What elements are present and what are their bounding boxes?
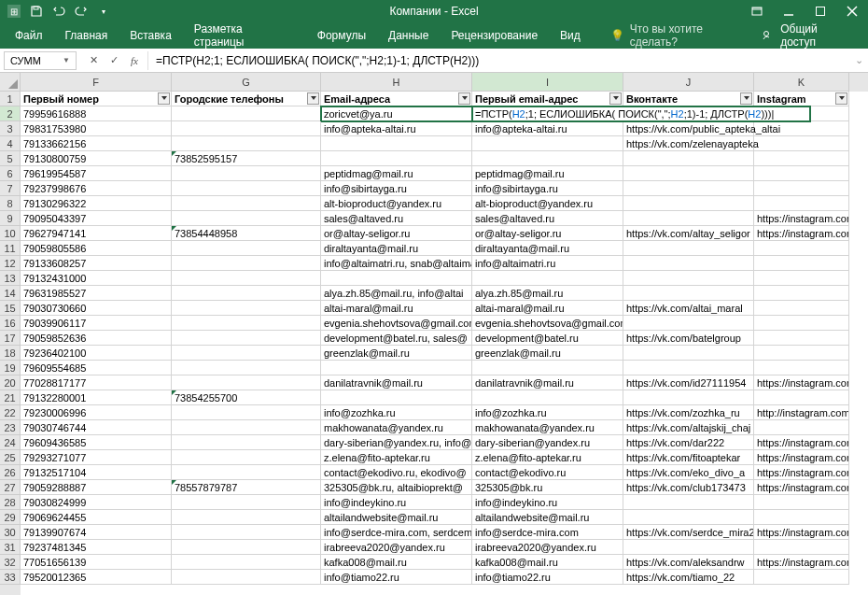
minimize-button[interactable] xyxy=(773,0,805,22)
column-header-H[interactable]: H xyxy=(321,73,472,92)
cell-J32[interactable]: https://vk.com/aleksandrw xyxy=(623,555,754,570)
column-header-G[interactable]: G xyxy=(172,73,321,92)
ribbon-display-icon[interactable] xyxy=(741,0,773,22)
cell-I28[interactable]: info@indeykino.ru xyxy=(472,495,623,510)
cell-J14[interactable] xyxy=(623,286,754,301)
cell-G15[interactable] xyxy=(172,301,321,316)
cell-K13[interactable] xyxy=(754,271,849,286)
cell-F23[interactable]: 79030746744 xyxy=(21,420,172,435)
cell-H3[interactable]: info@apteka-altai.ru xyxy=(321,121,472,136)
cell-I16[interactable]: evgenia.shehovtsova@gmail.com xyxy=(472,316,623,331)
cell-I4[interactable] xyxy=(472,136,623,151)
cell-I25[interactable]: z.elena@fito-aptekar.ru xyxy=(472,450,623,465)
cell-J16[interactable] xyxy=(623,316,754,331)
tab-insert[interactable]: Вставка xyxy=(119,23,183,48)
cell-G23[interactable] xyxy=(172,420,321,435)
cell-H14[interactable]: alya.zh.85@mail.ru, info@altai xyxy=(321,286,472,301)
column-header-J[interactable]: J xyxy=(623,73,754,92)
row-header-3[interactable]: 3 xyxy=(0,121,21,136)
cell-G10[interactable]: 73854448958 xyxy=(172,226,321,241)
cell-F4[interactable]: 79133662156 xyxy=(21,136,172,151)
cell-K8[interactable] xyxy=(754,196,849,211)
cell-H24[interactable]: dary-siberian@yandex.ru, info@ xyxy=(321,435,472,450)
cell-J21[interactable] xyxy=(623,390,754,405)
cell-I14[interactable]: alya.zh.85@mail.ru xyxy=(472,286,623,301)
filter-dropdown-icon[interactable] xyxy=(835,92,847,105)
column-header-I[interactable]: I xyxy=(472,73,623,92)
cell-G6[interactable] xyxy=(172,166,321,181)
row-header-26[interactable]: 26 xyxy=(0,465,21,480)
cell-H9[interactable]: sales@altaved.ru xyxy=(321,211,472,226)
fx-icon[interactable]: fx xyxy=(125,51,144,70)
cell-F8[interactable]: 79130296322 xyxy=(21,196,172,211)
row-header-21[interactable]: 21 xyxy=(0,390,21,405)
cell-J33[interactable]: https://vk.com/tiamo_22 xyxy=(623,570,754,585)
cell-K22[interactable]: http://instagram.com xyxy=(754,405,849,420)
cell-K17[interactable] xyxy=(754,331,849,346)
cell-H25[interactable]: z.elena@fito-aptekar.ru xyxy=(321,450,472,465)
cell-F19[interactable]: 79609554685 xyxy=(21,361,172,375)
cell-H7[interactable]: info@sibirtayga.ru xyxy=(321,181,472,196)
tab-data[interactable]: Данные xyxy=(377,23,440,48)
cell-K5[interactable] xyxy=(754,151,849,166)
cell-H28[interactable]: info@indeykino.ru xyxy=(321,495,472,510)
cell-F24[interactable]: 79609436585 xyxy=(21,435,172,450)
cell-I11[interactable]: diraltayanta@mail.ru xyxy=(472,241,623,256)
cell-K33[interactable] xyxy=(754,570,849,585)
cell-F3[interactable]: 79831753980 xyxy=(21,121,172,136)
cell-J20[interactable]: https://vk.com/id27111954 xyxy=(623,375,754,390)
cell-G26[interactable] xyxy=(172,465,321,480)
header-cell-K[interactable]: Instagram xyxy=(754,92,849,106)
cell-H15[interactable]: altai-maral@mail.ru xyxy=(321,301,472,316)
cell-K19[interactable] xyxy=(754,361,849,375)
tab-file[interactable]: Файл xyxy=(4,23,54,48)
cell-G17[interactable] xyxy=(172,331,321,346)
cell-I31[interactable]: irabreeva2020@yandex.ru xyxy=(472,540,623,555)
row-header-25[interactable]: 25 xyxy=(0,450,21,465)
column-header-K[interactable]: K xyxy=(754,73,849,92)
cell-G5[interactable]: 73852595157 xyxy=(172,151,321,166)
cell-K28[interactable] xyxy=(754,495,849,510)
row-header-8[interactable]: 8 xyxy=(0,196,21,211)
cell-G30[interactable] xyxy=(172,525,321,540)
cell-G25[interactable] xyxy=(172,450,321,465)
row-header-29[interactable]: 29 xyxy=(0,510,21,525)
cell-I24[interactable]: dary-siberian@yandex.ru xyxy=(472,435,623,450)
cell-H23[interactable]: makhowanata@yandex.ru xyxy=(321,420,472,435)
cell-H31[interactable]: irabreeva2020@yandex.ru xyxy=(321,540,472,555)
cell-I32[interactable]: kafka008@mail.ru xyxy=(472,555,623,570)
row-header-14[interactable]: 14 xyxy=(0,286,21,301)
tab-view[interactable]: Вид xyxy=(549,23,592,48)
cell-J8[interactable] xyxy=(623,196,754,211)
cell-G9[interactable] xyxy=(172,211,321,226)
row-header-23[interactable]: 23 xyxy=(0,420,21,435)
cell-J31[interactable] xyxy=(623,540,754,555)
row-header-17[interactable]: 17 xyxy=(0,331,21,346)
cell-J7[interactable] xyxy=(623,181,754,196)
cell-J25[interactable]: https://vk.com/fitoaptekar xyxy=(623,450,754,465)
cell-G20[interactable] xyxy=(172,375,321,390)
row-header-1[interactable]: 1 xyxy=(0,92,21,106)
accept-formula-icon[interactable]: ✓ xyxy=(105,51,123,70)
cell-K16[interactable] xyxy=(754,316,849,331)
cell-K3[interactable] xyxy=(754,121,849,136)
cell-F31[interactable]: 79237481345 xyxy=(21,540,172,555)
cell-K7[interactable] xyxy=(754,181,849,196)
cell-F30[interactable]: 79139907674 xyxy=(21,525,172,540)
row-header-10[interactable]: 10 xyxy=(0,226,21,241)
cell-F16[interactable]: 79039906117 xyxy=(21,316,172,331)
cell-K15[interactable] xyxy=(754,301,849,316)
cell-J13[interactable] xyxy=(623,271,754,286)
cell-F10[interactable]: 79627947141 xyxy=(21,226,172,241)
cell-J29[interactable] xyxy=(623,510,754,525)
header-cell-I[interactable]: Первый email-адрес xyxy=(472,92,623,106)
cell-J15[interactable]: https://vk.com/altai_maral xyxy=(623,301,754,316)
cancel-formula-icon[interactable]: ✕ xyxy=(84,51,103,70)
cell-G13[interactable] xyxy=(172,271,321,286)
cell-J30[interactable]: https://vk.com/serdce_mira22 xyxy=(623,525,754,540)
cell-G4[interactable] xyxy=(172,136,321,151)
cell-G8[interactable] xyxy=(172,196,321,211)
row-header-33[interactable]: 33 xyxy=(0,570,21,585)
cell-I30[interactable]: info@serdce-mira.com xyxy=(472,525,623,540)
cell-K12[interactable] xyxy=(754,256,849,271)
